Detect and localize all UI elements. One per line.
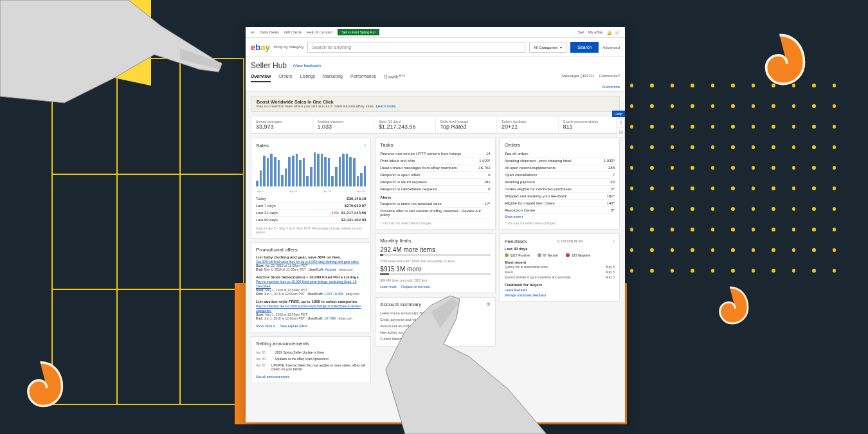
tab-marketing[interactable]: Marketing xyxy=(323,74,343,82)
help-tab[interactable]: Help xyxy=(612,111,625,117)
category-select[interactable]: All Categories▾ xyxy=(529,42,566,53)
ebay-logo[interactable]: ebay xyxy=(251,42,270,52)
chevron-right-icon[interactable]: › xyxy=(364,142,366,149)
stat-item[interactable]: Seller level forecastTop Rated xyxy=(436,116,498,133)
comments-link[interactable]: Comments? xyxy=(599,74,620,82)
order-row[interactable]: Shipped and awaiting your feedback181* xyxy=(505,193,615,200)
stats-row: Unread messages33,973Awaiting shipment1,… xyxy=(251,116,620,134)
tab-orders[interactable]: Orders xyxy=(278,74,292,82)
order-row[interactable]: Awaiting payment33 xyxy=(505,179,615,186)
see-all-orders-link[interactable]: See all orders xyxy=(505,152,529,156)
tab-performance[interactable]: Performance xyxy=(350,74,376,82)
order-row[interactable]: Awaiting shipment - print shipping label… xyxy=(505,158,615,165)
chart-bar xyxy=(256,181,258,186)
chevron-down-icon: ▾ xyxy=(560,45,562,50)
positive-count: 6317 Positive xyxy=(505,253,530,257)
chevron-right-icon[interactable]: › xyxy=(613,238,615,244)
sales-row[interactable]: Today$30,148.18 xyxy=(256,195,366,203)
sales-footnote: Data for Apr 5 – May 5 at 9:19am PDT. Pe… xyxy=(256,226,366,234)
banner-title: Boost Worldwide Sales in One Click xyxy=(257,100,614,104)
chart-bar xyxy=(317,154,320,186)
order-row[interactable]: Resolution Center8* xyxy=(505,207,615,214)
shop-by-category-link[interactable]: Shop by category xyxy=(274,45,304,50)
promo-tag[interactable]: Sell to Fund Spring Fun xyxy=(338,29,379,35)
sales-chart xyxy=(256,151,366,188)
tab-listings[interactable]: Listings xyxy=(300,74,316,82)
stat-item[interactable]: Awaiting shipment1,033 xyxy=(313,116,375,133)
learn-more-link[interactable]: Learn more xyxy=(380,285,397,289)
stat-item[interactable]: Unread messages33,973 xyxy=(251,116,313,133)
show-more-link[interactable]: Show more ▾ xyxy=(256,324,275,328)
chart-bar xyxy=(303,158,305,186)
daily-deals-link[interactable]: Daily Deals xyxy=(260,30,279,34)
task-row[interactable]: Read unread messages from eBay members16… xyxy=(380,165,490,172)
myebay-link[interactable]: My eBay xyxy=(588,30,603,34)
limits-progress-bar xyxy=(380,254,490,256)
pointing-hand-icon xyxy=(0,0,238,116)
chart-bar xyxy=(324,157,327,186)
chart-bar xyxy=(339,157,341,186)
pointing-hand-icon xyxy=(366,293,559,434)
sales-row[interactable]: Last 7 days$276,030.97 xyxy=(256,203,366,210)
search-input[interactable]: Search for anything xyxy=(307,42,525,53)
promo-item: List baby clothing and gear, save 30% on… xyxy=(256,255,366,271)
search-bar: ebay Shop by category Search for anythin… xyxy=(246,38,625,57)
help-link[interactable]: Help & Contact xyxy=(307,30,332,34)
learn-more-link[interactable]: Learn more xyxy=(375,104,395,108)
chart-bar xyxy=(346,154,348,186)
hi-link[interactable]: Hi xyxy=(251,30,255,34)
see-all-announcements-link[interactable]: See all announcements xyxy=(256,375,366,379)
tab-overview[interactable]: Overview xyxy=(251,74,271,82)
tasks-card: Tasks Remove non-secure HTTP content fro… xyxy=(375,138,495,230)
chart-bar xyxy=(260,170,262,186)
leave-feedback-link[interactable]: Leave feedback xyxy=(505,288,615,292)
request-list-more-link[interactable]: Request to list more xyxy=(401,285,429,289)
chart-bar xyxy=(357,176,359,186)
stat-item[interactable]: Sales (31 days)$1,217,243.56 xyxy=(374,116,436,133)
chart-bar xyxy=(270,154,273,186)
announcement-row[interactable]: Apr 302019 Spring Seller Update is Here xyxy=(256,349,366,356)
stat-item[interactable]: Growth recommendation811 xyxy=(559,116,620,133)
task-row[interactable]: Respond to return requests181 xyxy=(380,179,490,186)
task-row[interactable]: Respond to cancellation requests6 xyxy=(380,186,490,193)
view-expired-link[interactable]: View expired offers xyxy=(280,324,307,328)
chart-bar xyxy=(285,168,287,186)
promo-card: Promotional offers List baby clothing an… xyxy=(251,242,371,332)
decoration-dots xyxy=(630,84,836,276)
task-row[interactable]: Remove non-secure HTTP content from list… xyxy=(380,150,490,158)
gift-cards-link[interactable]: Gift Cards xyxy=(284,30,302,34)
alert-row[interactable]: Respond to items not received case17* xyxy=(380,201,490,208)
feedback-row: love it.May 5 xyxy=(505,269,615,275)
promo-item: List auction-style FREE, up to 1000 in s… xyxy=(256,300,366,320)
order-row[interactable]: Orders eligible for combined purchases0* xyxy=(505,186,615,193)
task-row[interactable]: Respond to open offers0 xyxy=(380,172,490,179)
messages-link[interactable]: Messages (30973) xyxy=(562,74,594,82)
announcement-row[interactable]: Apr 25UPDATE: Internet Sales Tax now app… xyxy=(256,362,366,372)
help-question-icon[interactable]: ? xyxy=(617,119,624,128)
tab-growth[interactable]: GrowthBETA xyxy=(384,74,405,82)
chart-bar xyxy=(353,158,356,186)
sell-link[interactable]: Sell xyxy=(578,30,584,34)
site-topbar: Hi Daily Deals Gift Cards Help & Contact… xyxy=(246,27,625,38)
side-tools: ? ☑ xyxy=(617,118,625,138)
chart-bar xyxy=(299,160,302,186)
announcement-row[interactable]: Apr 30Updates to the eBay User Agreement xyxy=(256,356,366,362)
announcements-card: Selling announcements Apr 302019 Spring … xyxy=(251,336,371,383)
show-more-link[interactable]: Show more ▾ xyxy=(505,215,524,219)
cart-icon[interactable]: 🛒 xyxy=(615,30,620,35)
search-button[interactable]: Search xyxy=(570,42,599,53)
chart-bar xyxy=(278,160,280,186)
alert-row[interactable]: Possible offer to sell outside of eBay d… xyxy=(380,208,490,219)
order-row[interactable]: Eligible for unpaid item cases143* xyxy=(505,200,615,207)
order-row[interactable]: Open cancellations7 xyxy=(505,172,615,179)
customize-link[interactable]: Customize xyxy=(246,82,625,92)
task-row[interactable]: Print labels and ship1,020* xyxy=(380,158,490,165)
advanced-link[interactable]: Advanced xyxy=(602,46,620,50)
bell-icon[interactable]: 🔔 xyxy=(607,30,611,35)
sales-row[interactable]: Last 90 days$3,431,402.93 xyxy=(256,217,366,224)
checklist-icon[interactable]: ☑ xyxy=(617,128,624,138)
stat-item[interactable]: Today's feedback20+21 xyxy=(497,116,559,133)
sales-row[interactable]: Last 31 days- 3.0%$1,217,243.56 xyxy=(256,210,366,217)
view-feedback-link[interactable]: (View feedback) xyxy=(293,64,321,68)
order-row[interactable]: All open returns/replacements288 xyxy=(505,165,615,172)
